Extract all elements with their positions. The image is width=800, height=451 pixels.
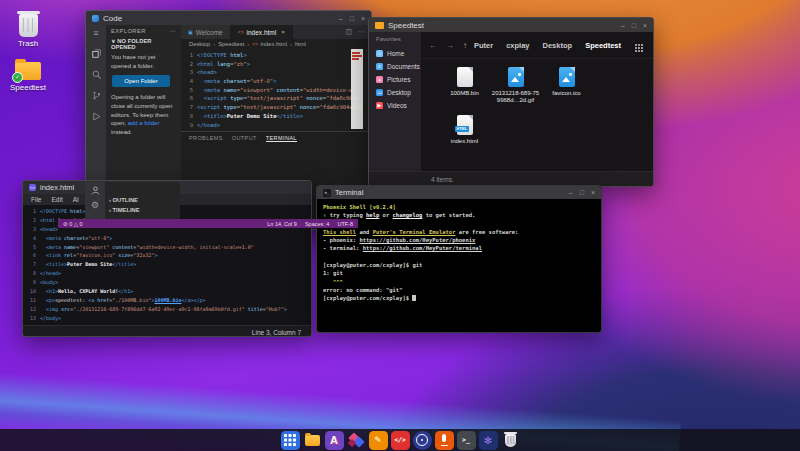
html-file-icon: <> [238,29,244,35]
files-app-icon[interactable] [303,431,322,450]
forward-icon[interactable]: → [446,41,454,50]
tab-welcome[interactable]: ▣ Welcome [181,25,231,39]
file-item-ico[interactable]: favicon.ico [541,65,592,113]
more-actions-icon[interactable]: ⋯ [170,28,176,34]
encoding-status[interactable]: UTF-8 [337,221,353,227]
taskbar-trash-icon[interactable] [501,431,520,450]
run-debug-icon[interactable] [91,111,102,122]
terminal-title: Terminal [335,188,363,197]
maximize-icon[interactable]: □ [632,22,636,29]
app-launcher-icon[interactable] [281,431,300,450]
tab-index-html[interactable]: <> index.html × [231,25,293,39]
code-line: - phoenix: https://github.com/HeyPuter/p… [323,236,595,244]
sidebar-item-videos[interactable]: ▶ Videos [376,99,421,112]
desktop-icon-speedtest[interactable]: ✓ Speedtest [6,62,50,92]
vscode-sidebar-fragment: ⚙ › OUTLINE › TIMELINE [85,182,180,219]
code-line: This shell and Puter's Terminal Emulator… [323,228,595,236]
explorer-icon[interactable] [91,48,102,59]
sidebar-item-home[interactable]: ⌂ Home [376,47,421,60]
close-icon[interactable]: × [591,189,595,196]
close-icon[interactable]: × [643,22,647,29]
file-manager-titlebar[interactable]: Speedtest – □ × [369,18,653,32]
maximize-icon[interactable]: □ [350,15,354,22]
code-line: 5 <meta name="viewport" content="width=d… [181,86,371,95]
minimize-icon[interactable]: – [339,15,343,22]
editor-app-icon[interactable]: ✎ [369,431,388,450]
code-line: error: no command: "git" [323,286,595,294]
binary-file-icon [457,67,473,87]
terminal-lines: Phoenix Shell [v0.2.4]✳ try typing help … [323,203,595,303]
minimize-icon[interactable]: – [621,22,625,29]
gear-icon[interactable]: ⚙ [91,201,99,210]
sidebar-item-desktop[interactable]: ▭ Desktop [376,86,421,99]
tab-problems[interactable]: PROBLEMS [189,135,223,141]
grid-view-icon[interactable] [635,44,637,46]
puter-ai-icon[interactable]: ✻ [479,431,498,450]
code-line: - terminal: https://github.com/HeyPuter/… [323,244,595,252]
file-manager-window: Speedtest – □ × Favorites ⌂ Home ≡ Docum… [368,17,654,187]
path-breadcrumb[interactable]: Puter cxplay Desktop Speedtest [474,41,621,50]
minimize-icon[interactable]: – [569,189,573,196]
outline-section[interactable]: › OUTLINE [109,197,176,203]
explorer-hint-text: Opening a folder will close all currentl… [111,93,176,136]
file-item-bin[interactable]: 100MB.bin [439,65,490,113]
desktop: Trash ✓ Speedtest Code – □ × ≡ [0,0,800,451]
code-line: 8 <title>Puter Demo Site</title> [181,112,371,121]
code-line: 1<!DOCTYPE html> [181,51,371,60]
sidebar-item-pictures[interactable]: ▴ Pictures [376,73,421,86]
code-line: [cxplay@puter.com/cxplay]$ git [323,261,595,269]
tab-terminal[interactable]: TERMINAL [266,135,297,142]
dev-center-icon[interactable]: </> [391,431,410,450]
problems-status[interactable]: ⊘ 0 △ 0 [63,221,83,227]
up-icon[interactable]: ↑ [463,41,467,50]
sidebar-item-documents[interactable]: ≡ Documents [376,60,421,73]
menu-hamburger-icon[interactable]: ≡ [93,29,98,38]
code-line: 5 <meta name="viewport" content="width=d… [23,243,311,252]
maximize-icon[interactable]: □ [580,189,584,196]
add-folder-link[interactable]: add a folder [128,120,160,126]
search-icon[interactable] [91,69,102,80]
open-folder-button[interactable]: Open Folder [112,75,170,87]
vscode-breadcrumb[interactable]: Desktop› Speedtest› <> index.html› html [181,39,371,49]
terminal-output[interactable]: Phoenix Shell [v0.2.4]✳ try typing help … [317,199,601,307]
terminal-app-icon[interactable]: >_ [457,431,476,450]
account-icon[interactable] [90,185,101,196]
file-item-gif[interactable]: 20131218-689-759968d…2d.gif [490,65,541,113]
no-folder-section[interactable]: ∨ NO FOLDER OPENED [111,38,176,50]
minimap-scrollbar[interactable] [351,49,363,129]
blocks-app-icon[interactable] [347,431,366,450]
menu-file[interactable]: File [31,196,41,203]
tab-output[interactable]: OUTPUT [232,135,257,141]
speedtest-label: Speedtest [6,83,50,92]
app-center-icon[interactable]: A [325,431,344,450]
tab-close-icon[interactable]: × [281,29,285,35]
code-line: [cxplay@puter.com/cxplay]$ [323,294,595,302]
vscode-statusbar[interactable]: ⊘ 0 △ 0 Ln 14, Col 9 Spaces: 4 UTF-8 [58,219,358,228]
welcome-tab-icon: ▣ [188,29,193,35]
file-item-html[interactable]: HTML index.html [439,113,490,161]
videos-icon: ▶ [376,102,383,109]
menu-edit[interactable]: Edit [51,196,62,203]
menu-ai[interactable]: AI [73,196,79,203]
timeline-section[interactable]: › TIMELINE [109,207,176,213]
trash-icon [19,14,38,37]
terminal-titlebar[interactable]: >_ Terminal – □ × [317,186,601,199]
close-icon[interactable]: × [361,15,365,22]
breadcrumb-html-icon: <> [252,42,257,47]
vscode-code-area[interactable]: 1<!DOCTYPE html>2<html lang="zh">3<head>… [181,49,371,131]
vscode-titlebar[interactable]: Code – □ × [86,11,371,25]
pictures-icon: ▴ [376,76,383,83]
split-editor-icon[interactable]: ◫ [345,28,352,36]
clock-app-icon[interactable] [413,431,432,450]
trash-label: Trash [6,39,50,48]
file-manager-sidebar: Favorites ⌂ Home ≡ Documents ▴ Pictures … [369,32,421,171]
source-control-icon[interactable] [91,90,102,101]
editor-more-icon[interactable]: ⋯ [358,28,365,36]
vscode-logo-icon [92,15,99,22]
indent-status[interactable]: Spaces: 4 [305,221,329,227]
recorder-app-icon[interactable] [435,431,454,450]
back-icon[interactable]: ← [429,41,437,50]
desktop-icon-trash[interactable]: Trash [6,14,50,48]
items-count: 4 items. [431,176,454,183]
line-col-status[interactable]: Ln 14, Col 9 [267,221,297,227]
